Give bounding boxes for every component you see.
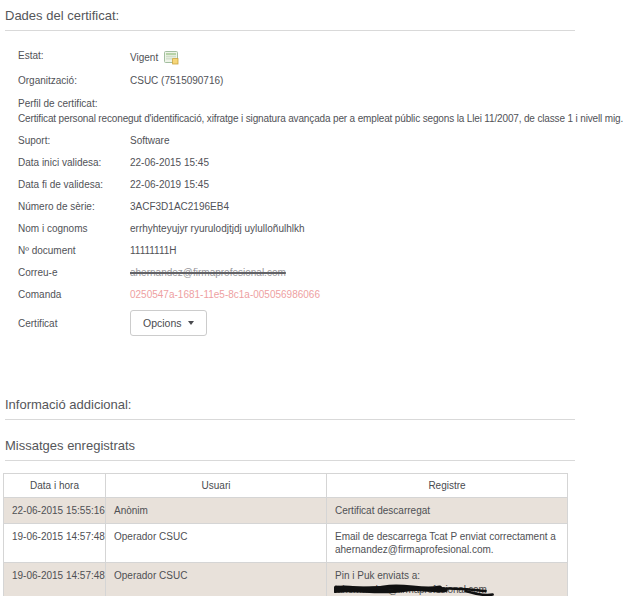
status-text: Vigent bbox=[130, 51, 158, 64]
field-perfil-label: Perfil de certificat: bbox=[18, 96, 575, 111]
additional-info-heading: Informació addicional: bbox=[5, 395, 575, 420]
messages-table: Data i hora Usuari Registre 22-06-2015 1… bbox=[3, 473, 568, 596]
field-num-document-label: Nº document bbox=[18, 244, 130, 257]
options-button-label: Opcions bbox=[143, 317, 182, 329]
cell-registre: Pin i Puk enviats a: ahernandez@firmapro… bbox=[327, 563, 568, 596]
cell-registre: Certificat descarregat bbox=[327, 498, 568, 524]
certificate-status-icon[interactable] bbox=[163, 49, 179, 65]
cell-datetime: 22-06-2015 15:55:16 bbox=[4, 498, 106, 524]
order-link[interactable]: 0250547a-1681-11e5-8c1a-005056986066 bbox=[130, 289, 320, 300]
field-certificat: Certificat Opcions bbox=[18, 310, 575, 336]
field-organitzacio-label: Organització: bbox=[18, 74, 130, 87]
table-row: 22-06-2015 15:55:16 Anònim Certificat de… bbox=[4, 498, 568, 524]
field-data-fi-value: 22-06-2019 15:45 bbox=[130, 178, 209, 191]
certificate-fields: Estat: Vigent Organitzac bbox=[18, 49, 575, 336]
col-header-datetime: Data i hora bbox=[4, 474, 106, 498]
certificate-details-page: Dades del certificat: Estat: Vigent bbox=[0, 6, 626, 596]
field-estat: Estat: Vigent bbox=[18, 49, 575, 65]
field-numero-serie-value: 3ACF3D1AC2196EB4 bbox=[130, 200, 229, 213]
field-correu-label: Correu-e bbox=[18, 266, 130, 279]
field-suport-label: Suport: bbox=[18, 134, 130, 147]
field-organitzacio-value: CSUC (7515090716) bbox=[130, 74, 223, 87]
field-estat-label: Estat: bbox=[18, 49, 130, 65]
field-nom-cognoms-label: Nom i cognoms bbox=[18, 222, 130, 235]
field-data-inici: Data inici validesa: 22-06-2015 15:45 bbox=[18, 156, 575, 169]
redacted-email: ahernandez@firmaprofesional.com bbox=[337, 583, 487, 596]
messages-heading: Missatges enregistrats bbox=[5, 436, 575, 461]
options-button[interactable]: Opcions bbox=[130, 310, 207, 336]
field-certificat-label: Certificat bbox=[18, 317, 130, 330]
field-nom-cognoms-value: errhyhteyujyr ryurulodjtjdj uylulloñulhl… bbox=[130, 222, 305, 235]
caret-down-icon bbox=[188, 321, 194, 325]
field-data-fi: Data fi de validesa: 22-06-2019 15:45 bbox=[18, 178, 575, 191]
table-row: 19-06-2015 14:57:48 Operador CSUC Pin i … bbox=[4, 563, 568, 596]
table-row: 19-06-2015 14:57:48 Operador CSUC Email … bbox=[4, 524, 568, 563]
field-perfil: Perfil de certificat: Certificat persona… bbox=[18, 96, 575, 126]
field-num-document: Nº document 11111111H bbox=[18, 244, 575, 257]
cell-datetime: 19-06-2015 14:57:48 bbox=[4, 524, 106, 563]
field-perfil-text: Certificat personal reconegut d'identifi… bbox=[18, 111, 626, 126]
field-correu-value-redacted: ahernandez@firmaprofesional.com bbox=[130, 267, 286, 278]
field-numero-serie-label: Número de sèrie: bbox=[18, 200, 130, 213]
section-messages: Missatges enregistrats bbox=[5, 436, 575, 461]
col-header-user: Usuari bbox=[106, 474, 327, 498]
field-data-inici-label: Data inici validesa: bbox=[18, 156, 130, 169]
field-suport-value: Software bbox=[130, 134, 169, 147]
field-data-inici-value: 22-06-2015 15:45 bbox=[130, 156, 209, 169]
cell-datetime: 19-06-2015 14:57:48 bbox=[4, 563, 106, 596]
field-suport: Suport: Software bbox=[18, 134, 575, 147]
field-estat-value: Vigent bbox=[130, 49, 179, 65]
cell-user: Anònim bbox=[106, 498, 327, 524]
table-header-row: Data i hora Usuari Registre bbox=[4, 474, 568, 498]
field-comanda: Comanda 0250547a-1681-11e5-8c1a-00505698… bbox=[18, 288, 575, 301]
field-num-document-value: 11111111H bbox=[130, 244, 177, 257]
field-nom-cognoms: Nom i cognoms errhyhteyujyr ryurulodjtjd… bbox=[18, 222, 575, 235]
field-correu: Correu-e ahernandez@firmaprofesional.com bbox=[18, 266, 575, 279]
cell-user: Operador CSUC bbox=[106, 524, 327, 563]
cell-registre-text: Pin i Puk enviats a: bbox=[335, 570, 420, 581]
field-numero-serie: Número de sèrie: 3ACF3D1AC2196EB4 bbox=[18, 200, 575, 213]
col-header-registre: Registre bbox=[327, 474, 568, 498]
cell-user: Operador CSUC bbox=[106, 563, 327, 596]
section-additional-info: Informació addicional: bbox=[5, 395, 575, 420]
section-certificate-data: Dades del certificat: Estat: Vigent bbox=[5, 6, 575, 336]
field-data-fi-label: Data fi de validesa: bbox=[18, 178, 130, 191]
cell-registre: Email de descarrega Tcat P enviat correc… bbox=[327, 524, 568, 563]
certificate-data-heading: Dades del certificat: bbox=[5, 6, 575, 31]
field-comanda-label: Comanda bbox=[18, 288, 130, 301]
field-organitzacio: Organització: CSUC (7515090716) bbox=[18, 74, 575, 87]
